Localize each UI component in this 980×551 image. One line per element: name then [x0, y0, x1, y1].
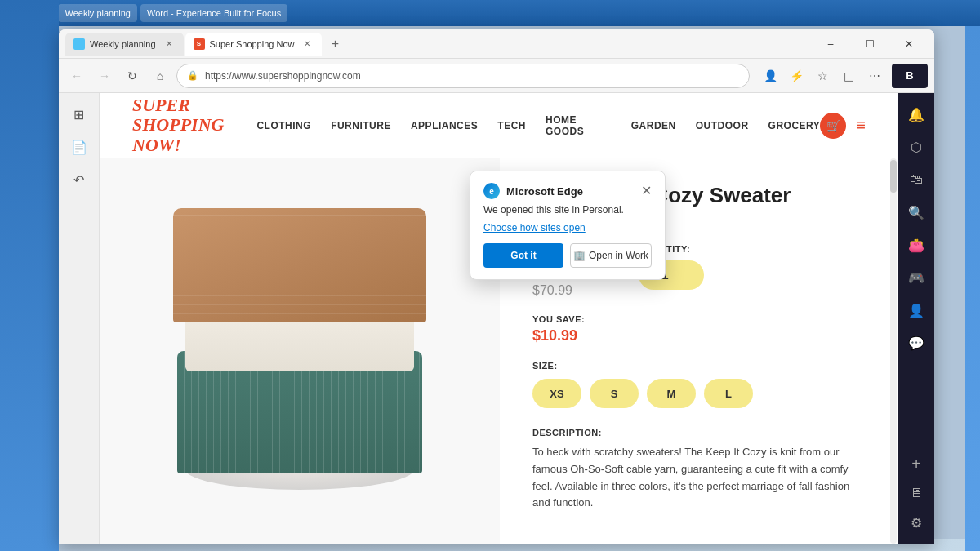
back-button[interactable]: ←	[65, 64, 88, 87]
toolbar-icons: 👤 ⚡ ☆ ◫ ⋯	[758, 64, 887, 88]
sidebar-file-icon[interactable]: 📄	[65, 132, 94, 162]
savings-amount: $10.99	[532, 327, 866, 344]
nav-appliances[interactable]: APPLIANCES	[411, 120, 478, 131]
nav-clothing[interactable]: CLOTHING	[256, 120, 311, 131]
size-l-button[interactable]: L	[704, 379, 753, 408]
popup-header: e Microsoft Edge ✕	[483, 183, 652, 199]
edge-sidebar-search[interactable]: 🔍	[902, 198, 931, 227]
got-it-button[interactable]: Got it	[483, 243, 564, 268]
browser-content: ⊞ 📄 ↶ SUPER SHOPPING NOW! CLOTHING FURNI…	[59, 93, 934, 544]
description-section: DESCRIPTION: To heck with scratchy sweat…	[532, 428, 866, 512]
scroll-thumb[interactable]	[890, 160, 897, 193]
product-image	[145, 196, 455, 506]
edge-logo-icon: e	[483, 183, 500, 199]
site-logo: SUPER SHOPPING NOW!	[132, 96, 224, 155]
forward-button[interactable]: →	[93, 64, 116, 87]
size-label: SIZE:	[532, 361, 866, 371]
sidebar-grid-icon[interactable]: ⊞	[65, 100, 94, 129]
taskbar-word-label: Word - Experience Built for Focus	[147, 8, 281, 18]
web-content: SUPER SHOPPING NOW! CLOTHING FURNITURE A…	[100, 93, 898, 544]
nav-furniture[interactable]: FURNITURE	[331, 120, 391, 131]
hamburger-button[interactable]: ≡	[856, 116, 866, 135]
header-icons: 🛒 ≡	[820, 113, 866, 139]
size-m-button[interactable]: M	[647, 379, 696, 408]
open-in-work-label: Open in Work	[589, 250, 648, 261]
cart-button[interactable]: 🛒	[820, 113, 846, 139]
description-label: DESCRIPTION:	[532, 428, 866, 438]
refresh-button[interactable]: ↻	[121, 64, 144, 87]
edge-sidebar-settings[interactable]: ⚙	[902, 508, 931, 537]
edge-sidebar-user[interactable]: 👤	[902, 295, 931, 325]
popup-body-text: We opened this site in Personal.	[483, 204, 652, 216]
taskbar-planning-btn[interactable]: Weekly planning	[58, 4, 137, 22]
browser-window: Weekly planning ✕ S Super Shopping Now ✕…	[59, 29, 934, 544]
edge-sidebar-chat[interactable]: 💬	[902, 328, 931, 358]
window-controls: – ☐ ✕	[812, 29, 928, 59]
edge-sidebar-shopping[interactable]: 🛍	[902, 165, 931, 194]
price-original: $70.99	[532, 283, 590, 298]
favorites-icon[interactable]: ☆	[810, 64, 835, 88]
nav-grocery[interactable]: GROCERY	[768, 120, 821, 131]
edge-sidebar-notification[interactable]: 🔔	[902, 100, 931, 129]
edge-sidebar-games[interactable]: 🎮	[902, 263, 931, 292]
lock-icon: 🔒	[187, 70, 198, 81]
savings-label: YOU SAVE:	[532, 314, 866, 324]
address-bar-row: ← → ↻ ⌂ 🔒 https://www.supershoppingnow.c…	[59, 59, 934, 93]
sweater-brown	[173, 208, 426, 322]
tab-label-shopping: Super Shopping Now	[210, 39, 295, 49]
tab-close-1[interactable]: ✕	[163, 38, 176, 51]
nav-garden[interactable]: GARDEN	[631, 120, 676, 131]
maximize-button[interactable]: ☐	[851, 29, 889, 59]
home-button[interactable]: ⌂	[149, 64, 172, 87]
minimize-button[interactable]: –	[812, 29, 849, 59]
browser-tab-active[interactable]: S Super Shopping Now ✕	[185, 33, 323, 56]
address-bar[interactable]: 🔒 https://www.supershoppingnow.com	[176, 64, 750, 88]
close-button[interactable]: ✕	[890, 29, 928, 59]
edge-sidebar-add[interactable]: +	[902, 449, 931, 478]
taskbar: Work Weekly planning Word - Experience B…	[0, 0, 980, 26]
settings-icon[interactable]: ⋯	[862, 64, 887, 88]
popup-title: Microsoft Edge	[506, 185, 583, 198]
nav-tech[interactable]: TECH	[497, 120, 526, 131]
site-navigation: CLOTHING FURNITURE APPLIANCES TECH HOME …	[256, 114, 820, 137]
edge-sidebar-apps[interactable]: ⬡	[902, 132, 931, 162]
tab-label-planning: Weekly planning	[90, 39, 156, 49]
nav-outdoor[interactable]: OUTDOOR	[696, 120, 749, 131]
tab-favicon-2: S	[194, 38, 205, 50]
popup-buttons: Got it 🏢 Open in Work	[483, 243, 652, 268]
nav-home-goods[interactable]: HOME GOODS	[546, 114, 612, 137]
edge-popup: e Microsoft Edge ✕ We opened this site i…	[470, 171, 666, 280]
savings-section: YOU SAVE: $10.99	[532, 314, 866, 344]
tab-close-2[interactable]: ✕	[301, 38, 314, 51]
edge-sidebar-wallet[interactable]: 👛	[902, 230, 931, 260]
size-s-button[interactable]: S	[590, 379, 639, 408]
size-options: XS S M L	[532, 379, 866, 408]
description-text: To heck with scratchy sweaters! The Keep…	[532, 444, 866, 512]
bing-button[interactable]: B	[892, 64, 928, 88]
new-tab-button[interactable]: +	[323, 33, 346, 56]
desktop-right-bg	[965, 26, 980, 551]
profile-icon[interactable]: 👤	[758, 64, 782, 88]
extensions-icon[interactable]: ⚡	[784, 64, 808, 88]
edge-sidebar-monitor[interactable]: 🖥	[902, 478, 931, 508]
edge-sidebar: 🔔 ⬡ 🛍 🔍 👛 🎮 👤 💬 + 🖥 ⚙	[898, 93, 934, 544]
site-header: SUPER SHOPPING NOW! CLOTHING FURNITURE A…	[100, 93, 898, 158]
product-image-area	[100, 158, 500, 544]
work-icon-small: 🏢	[573, 250, 586, 261]
scroll-track	[890, 158, 897, 544]
open-in-work-button[interactable]: 🏢 Open in Work	[570, 243, 652, 268]
size-section: SIZE: XS S M L	[532, 361, 866, 408]
size-xs-button[interactable]: XS	[532, 379, 581, 408]
taskbar-word-btn[interactable]: Word - Experience Built for Focus	[140, 4, 287, 22]
popup-close-button[interactable]: ✕	[641, 184, 652, 198]
browser-tab-inactive[interactable]: Weekly planning ✕	[65, 33, 184, 56]
left-sidebar: ⊞ 📄 ↶	[59, 93, 100, 544]
collections-icon[interactable]: ◫	[836, 64, 861, 88]
sidebar-undo-icon[interactable]: ↶	[65, 165, 94, 194]
url-text: https://www.supershoppingnow.com	[205, 70, 361, 82]
desktop-left-bg	[0, 0, 59, 551]
popup-choose-sites-link[interactable]: Choose how sites open	[483, 222, 652, 233]
tab-favicon-1	[74, 38, 85, 50]
browser-titlebar: Weekly planning ✕ S Super Shopping Now ✕…	[59, 29, 934, 59]
edge-sidebar-bottom: + 🖥 ⚙	[902, 449, 931, 537]
